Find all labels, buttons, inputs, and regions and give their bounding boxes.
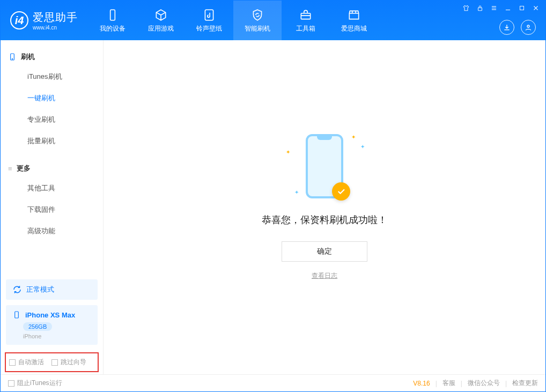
main-content: ✦ ✦ ✦ ✦ 恭喜您，保资料刷机成功啦！ 确定 查看日志 (104, 40, 545, 374)
store-icon (347, 8, 361, 22)
app-subtitle: www.i4.cn (33, 25, 78, 31)
sidebar-item-pro-flash[interactable]: 专业刷机 (1, 109, 103, 130)
sparkle-icon: ✦ (294, 189, 299, 195)
svg-rect-1 (205, 10, 213, 20)
window-controls-top (462, 4, 540, 12)
tab-smart-flash[interactable]: 智能刷机 (233, 1, 282, 40)
tab-my-device[interactable]: 我的设备 (88, 1, 137, 40)
app-title: 爱思助手 (33, 10, 78, 25)
lock-icon[interactable] (476, 4, 484, 12)
highlighted-options: 自动激活 跳过向导 (5, 352, 99, 372)
success-message: 恭喜您，保资料刷机成功啦！ (262, 213, 387, 226)
device-type: iPhone (23, 333, 91, 339)
header-actions (499, 20, 536, 35)
checkbox-label: 自动激活 (18, 358, 44, 367)
sidebar-item-other-tools[interactable]: 其他工具 (1, 177, 103, 199)
checkbox-block-itunes[interactable]: 阻止iTunes运行 (8, 379, 62, 388)
device-name: iPhone XS Max (25, 311, 75, 319)
status-right: V8.16 | 客服 | 微信公众号 | 检查更新 (413, 379, 538, 388)
logo: i4 爱思助手 www.i4.cn (10, 10, 78, 31)
sidebar: 刷机 iTunes刷机 一键刷机 专业刷机 批量刷机 ≡ 更多 其他工具 下载固… (1, 40, 104, 374)
checkbox-icon (8, 380, 14, 387)
version-label: V8.16 (413, 380, 430, 387)
checkbox-icon (51, 359, 58, 366)
checkbox-label: 跳过向导 (61, 358, 86, 367)
svg-rect-8 (15, 312, 19, 318)
device-storage: 256GB (23, 322, 52, 331)
minimize-icon[interactable] (504, 4, 512, 12)
checkbox-auto-activate[interactable]: 自动激活 (9, 358, 44, 367)
sidebar-header-label: 更多 (17, 164, 31, 173)
refresh-icon (12, 285, 22, 294)
sparkle-icon: ✦ (286, 149, 290, 155)
sidebar-section-flash: 刷机 iTunes刷机 一键刷机 专业刷机 批量刷机 (1, 40, 103, 152)
checkbox-label: 阻止iTunes运行 (17, 379, 62, 388)
tab-label: 爱思商城 (341, 24, 367, 33)
sidebar-item-itunes-flash[interactable]: iTunes刷机 (1, 66, 103, 87)
sidebar-section-more: ≡ 更多 其他工具 下载固件 高级功能 (1, 152, 103, 242)
svg-rect-2 (301, 13, 310, 19)
logo-icon: i4 (10, 11, 28, 29)
shield-refresh-icon (250, 8, 264, 22)
body: 刷机 iTunes刷机 一键刷机 专业刷机 批量刷机 ≡ 更多 其他工具 下载固… (1, 40, 545, 374)
svg-rect-0 (110, 10, 115, 20)
device-box[interactable]: iPhone XS Max 256GB iPhone (6, 305, 98, 345)
svg-point-5 (527, 25, 529, 27)
mode-label: 正常模式 (26, 285, 54, 294)
link-wechat[interactable]: 微信公众号 (468, 379, 500, 388)
menu-icon[interactable] (490, 4, 498, 12)
sidebar-item-batch-flash[interactable]: 批量刷机 (1, 130, 103, 152)
tab-label: 智能刷机 (245, 24, 270, 33)
view-log-link[interactable]: 查看日志 (312, 271, 337, 280)
checkbox-icon (9, 359, 16, 366)
ok-button[interactable]: 确定 (282, 241, 367, 262)
tab-label: 铃声壁纸 (196, 24, 222, 33)
sidebar-item-advanced[interactable]: 高级功能 (1, 220, 103, 242)
nav-tabs: 我的设备 应用游戏 铃声壁纸 智能刷机 工具箱 爱思商城 (88, 1, 378, 40)
tab-label: 我的设备 (100, 24, 126, 33)
shirt-icon[interactable] (462, 4, 470, 12)
tab-label: 工具箱 (296, 24, 315, 33)
device-icon (106, 8, 120, 22)
maximize-icon[interactable] (518, 4, 526, 12)
sidebar-item-onekey-flash[interactable]: 一键刷机 (1, 87, 103, 109)
mode-box[interactable]: 正常模式 (6, 279, 98, 300)
sidebar-header-flash: 刷机 (1, 48, 103, 66)
sparkle-icon: ✦ (351, 134, 356, 140)
check-badge-icon (332, 182, 350, 201)
link-support[interactable]: 客服 (442, 379, 455, 388)
checkbox-skip-wizard[interactable]: 跳过向导 (51, 358, 86, 367)
svg-rect-4 (520, 6, 524, 10)
app-window: i4 爱思助手 www.i4.cn 我的设备 应用游戏 铃声壁纸 智能刷机 (0, 0, 546, 392)
tab-ringtones-wallpapers[interactable]: 铃声壁纸 (185, 1, 233, 40)
sparkle-icon: ✦ (360, 144, 365, 150)
toolbox-icon (299, 8, 313, 22)
statusbar: 阻止iTunes运行 V8.16 | 客服 | 微信公众号 | 检查更新 (1, 374, 545, 391)
music-file-icon (202, 8, 216, 22)
phone-icon (8, 53, 17, 61)
link-check-update[interactable]: 检查更新 (512, 379, 538, 388)
titlebar: i4 爱思助手 www.i4.cn 我的设备 应用游戏 铃声壁纸 智能刷机 (1, 1, 545, 40)
sidebar-header-more: ≡ 更多 (1, 159, 103, 177)
tab-label: 应用游戏 (148, 24, 174, 33)
sidebar-header-label: 刷机 (21, 52, 35, 62)
cube-icon (154, 8, 168, 22)
account-button[interactable] (521, 20, 536, 35)
tab-apps-games[interactable]: 应用游戏 (137, 1, 185, 40)
svg-point-7 (12, 58, 12, 59)
list-icon: ≡ (8, 165, 12, 173)
close-icon[interactable] (532, 4, 540, 12)
sidebar-item-download-firmware[interactable]: 下载固件 (1, 199, 103, 220)
success-illustration: ✦ ✦ ✦ ✦ (282, 134, 367, 204)
svg-rect-3 (478, 8, 482, 10)
tab-store[interactable]: 爱思商城 (330, 1, 378, 40)
download-button[interactable] (499, 20, 514, 35)
device-icon (12, 310, 21, 319)
tab-toolbox[interactable]: 工具箱 (282, 1, 330, 40)
